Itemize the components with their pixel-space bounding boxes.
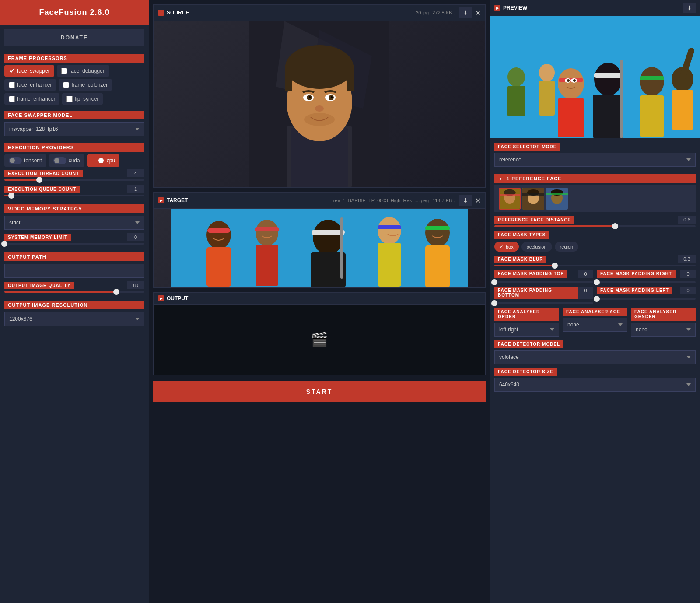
start-button[interactable]: START: [153, 381, 486, 402]
preview-panel: ▶ PREVIEW ⬇: [490, 0, 700, 138]
system-memory-limit-thumb[interactable]: [1, 241, 7, 247]
face-analyser-order-item: FACE ANALYSER ORDER left-right right-lef…: [494, 308, 559, 337]
ref-face-3[interactable]: [546, 188, 568, 210]
face-selector-mode-label: FACE SELECTOR MODE: [494, 143, 560, 151]
output-image-resolution-select[interactable]: 1200x676 1920x1080 1280x720 640x480: [4, 312, 144, 326]
mask-type-box[interactable]: ✓ box: [494, 242, 519, 252]
provider-tensorrt[interactable]: tensorrt: [4, 154, 46, 167]
source-icon: □: [158, 10, 164, 16]
svg-rect-34: [378, 225, 401, 229]
svg-point-18: [304, 113, 335, 126]
execution-providers-row: tensorrt cuda cpu: [0, 154, 149, 167]
output-icon: ▶: [158, 295, 164, 302]
face-swapper-model-select[interactable]: inswapper_128_fp16 inswapper_128 simswap…: [4, 122, 144, 136]
face-mask-blur-track: [494, 265, 696, 266]
face-mask-blur-fill: [494, 265, 555, 266]
reference-face-icon: ▶: [498, 175, 504, 182]
source-download-button[interactable]: ⬇: [459, 7, 472, 18]
cuda-toggle[interactable]: [53, 157, 66, 164]
processor-face-swapper[interactable]: face_swapper: [4, 65, 54, 77]
execution-thread-count-thumb[interactable]: [36, 177, 42, 183]
face-mask-padding-bottom-thumb[interactable]: [491, 300, 497, 306]
svg-point-25: [313, 220, 343, 255]
face-detector-size-select[interactable]: 640x640 320x320 128x128: [494, 378, 696, 392]
target-photo-svg: [154, 209, 485, 287]
video-memory-strategy-container: strict moderate tolerant: [0, 216, 149, 230]
face-mask-padding-top-value: 0: [578, 270, 593, 278]
processor-face-debugger[interactable]: face_debugger: [57, 65, 109, 77]
output-image-quality-thumb[interactable]: [113, 289, 119, 295]
svg-rect-22: [206, 247, 231, 287]
execution-queue-count-track: [4, 195, 144, 196]
video-memory-strategy-label: VIDEO MEMORY STRATEGY: [4, 204, 144, 213]
ref-face-2[interactable]: [522, 188, 544, 210]
face-mask-padding-bottom-label: FACE MASK PADDING BOTTOM: [494, 287, 578, 299]
reference-face-label: 1 REFERENCE FACE: [507, 176, 561, 181]
face-mask-padding-left-thumb[interactable]: [594, 296, 600, 302]
donate-button[interactable]: DONATE: [4, 29, 144, 46]
face-analyser-order-select[interactable]: left-right right-left top-bottom: [494, 323, 559, 337]
svg-rect-36: [340, 217, 343, 279]
preview-title: ▶ PREVIEW: [494, 5, 527, 11]
ref-face-1[interactable]: [499, 188, 521, 210]
reference-face-distance-thumb[interactable]: [612, 223, 618, 229]
target-close-button[interactable]: ✕: [475, 196, 481, 205]
face-analyser-gender-select[interactable]: none male female: [631, 323, 696, 337]
output-image-quality-track: [4, 291, 144, 293]
target-download-button[interactable]: ⬇: [459, 195, 472, 206]
execution-queue-count-row: EXECUTION QUEUE COUNT 1: [0, 185, 149, 196]
target-icon: ▶: [158, 197, 164, 203]
output-image-resolution-container: 1200x676 1920x1080 1280x720 640x480: [0, 312, 149, 326]
face-mask-blur-thumb[interactable]: [552, 263, 558, 269]
svg-point-16: [331, 96, 332, 98]
execution-thread-count-value: 4: [127, 169, 144, 177]
face-selector-mode-select[interactable]: reference one many: [494, 153, 696, 167]
processor-frame-colorizer[interactable]: frame_colorizer: [59, 79, 112, 91]
svg-rect-24: [256, 245, 278, 286]
svg-rect-45: [559, 78, 583, 82]
execution-thread-count-label: EXECUTION THREAD COUNT: [4, 170, 83, 177]
svg-rect-52: [640, 76, 664, 80]
face-detector-model-section: FACE DETECTOR MODEL yoloface retinaface …: [494, 340, 696, 364]
reference-faces-container: [494, 185, 696, 212]
output-panel: ▶ OUTPUT 🎬: [153, 292, 486, 375]
system-memory-limit-track: [4, 243, 144, 245]
cpu-toggle[interactable]: [91, 157, 105, 164]
svg-rect-42: [539, 81, 555, 116]
svg-rect-9: [285, 65, 292, 91]
app-title: FaceFusion 2.6.0: [0, 0, 149, 25]
svg-point-23: [256, 220, 278, 246]
face-detector-model-select[interactable]: yoloface retinaface scrfd yunet: [494, 350, 696, 364]
face-mask-blur-section: FACE MASK BLUR 0.3: [494, 255, 696, 266]
execution-queue-count-thumb[interactable]: [8, 193, 14, 199]
video-memory-strategy-select[interactable]: strict moderate tolerant: [4, 216, 144, 230]
face-analyser-age-select[interactable]: none child teen adult senior: [563, 318, 627, 332]
face-swapper-model-label: FACE SWAPPER MODEL: [4, 111, 144, 119]
provider-cuda[interactable]: cuda: [49, 154, 84, 167]
processor-lip-syncer[interactable]: lip_syncer: [62, 93, 103, 105]
output-path-input[interactable]: .: [4, 264, 144, 278]
svg-rect-40: [508, 86, 525, 116]
processor-frame-enhancer[interactable]: frame_enhancer: [4, 93, 60, 105]
system-memory-limit-label: SYSTEM MEMORY LIMIT: [4, 234, 71, 241]
face-mask-types-row: ✓ box occlusion region: [494, 242, 696, 252]
reference-face-section: ▶ 1 REFERENCE FACE: [494, 174, 696, 212]
svg-rect-33: [312, 230, 345, 235]
tensorrt-toggle[interactable]: [9, 157, 22, 164]
output-image-resolution-label: OUTPUT IMAGE RESOLUTION: [4, 301, 144, 309]
mask-type-region[interactable]: region: [555, 242, 579, 252]
processor-face-enhancer[interactable]: face_enhancer: [4, 79, 56, 91]
reference-face-distance-track: [494, 225, 696, 227]
execution-queue-count-value: 1: [127, 185, 144, 193]
preview-download-button[interactable]: ⬇: [683, 3, 696, 13]
source-close-button[interactable]: ✕: [475, 9, 481, 17]
provider-cpu[interactable]: cpu: [87, 154, 119, 167]
system-memory-limit-row: SYSTEM MEMORY LIMIT 0: [0, 233, 149, 245]
face-mask-padding-right-thumb[interactable]: [594, 279, 600, 285]
face-mask-padding-top-item: FACE MASK PADDING TOP 0: [494, 270, 593, 283]
face-mask-padding-bottom-track: [494, 302, 593, 304]
face-analyser-gender-label: FACE ANALYSER GENDER: [631, 308, 696, 321]
face-mask-padding-top-thumb[interactable]: [491, 279, 497, 285]
mask-type-occlusion[interactable]: occlusion: [522, 242, 552, 252]
face-mask-types-label: FACE MASK TYPES: [494, 231, 549, 239]
